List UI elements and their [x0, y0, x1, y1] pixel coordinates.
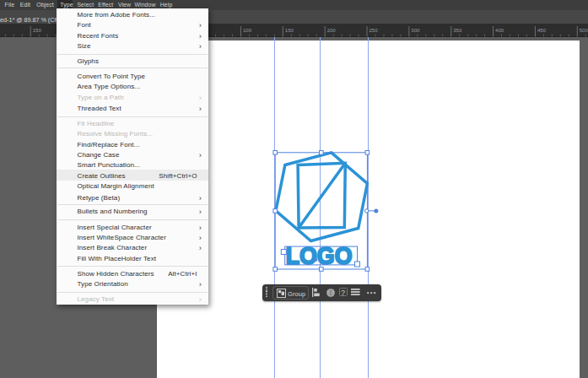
- svg-text:200: 200: [327, 28, 337, 33]
- svg-text:250: 250: [370, 28, 379, 33]
- svg-text:350: 350: [453, 28, 462, 33]
- svg-text:450: 450: [537, 28, 547, 33]
- svg-text:300: 300: [411, 28, 420, 33]
- svg-text:500: 500: [580, 28, 588, 33]
- svg-text:150: 150: [33, 28, 42, 33]
- svg-text:150: 150: [285, 28, 294, 33]
- svg-text:400: 400: [495, 28, 504, 33]
- svg-text:100: 100: [243, 28, 252, 33]
- svg-text:LOGO: LOGO: [286, 241, 353, 269]
